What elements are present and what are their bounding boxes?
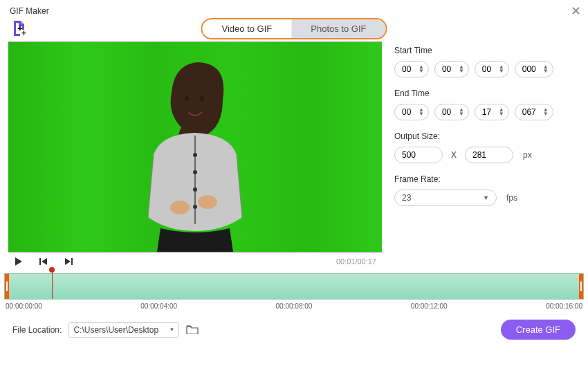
tab-photos-to-gif[interactable]: Photos to GIF — [291, 19, 385, 38]
trim-handle-right[interactable] — [579, 274, 583, 299]
file-path-value: C:\Users\User\Desktop — [73, 325, 158, 335]
play-icon[interactable] — [14, 257, 24, 266]
svg-point-5 — [193, 170, 197, 174]
create-gif-button[interactable]: Create GIF — [501, 320, 576, 340]
video-preview[interactable] — [8, 42, 382, 252]
preview-subject — [112, 58, 278, 252]
frame-rate-select[interactable]: 23 ▼ — [394, 190, 497, 206]
tick-label: 00:00:08:00 — [276, 302, 313, 310]
playback-time: 00:01/00:17 — [336, 257, 376, 266]
svg-rect-10 — [39, 258, 41, 265]
end-minutes[interactable]: ▲▼ — [434, 104, 469, 120]
close-icon[interactable]: ✕ — [571, 5, 581, 17]
stepper-arrows[interactable]: ▲▼ — [419, 65, 424, 73]
tick-label: 00:00:00:00 — [6, 302, 42, 310]
start-ms[interactable]: ▲▼ — [515, 61, 553, 77]
svg-point-9 — [198, 195, 217, 209]
timeline-track[interactable] — [4, 273, 584, 300]
output-width[interactable] — [394, 147, 443, 163]
frame-rate-label: Frame Rate: — [394, 174, 580, 184]
stepper-arrows[interactable]: ▲▼ — [459, 65, 464, 73]
chevron-down-icon: ▼ — [483, 194, 489, 201]
stepper-arrows[interactable]: ▲▼ — [499, 65, 504, 73]
start-minutes[interactable]: ▲▼ — [434, 61, 469, 77]
svg-point-6 — [193, 187, 197, 192]
svg-point-4 — [193, 153, 197, 157]
trim-handle-left[interactable] — [5, 274, 9, 299]
stepper-arrows[interactable]: ▲▼ — [499, 108, 504, 116]
prev-frame-icon[interactable] — [39, 257, 48, 266]
svg-point-2 — [185, 95, 189, 101]
output-height[interactable] — [465, 147, 513, 163]
window-title: GIF Maker — [10, 6, 49, 16]
file-location-label: File Location: — [12, 325, 62, 335]
px-unit: px — [523, 150, 532, 160]
svg-point-8 — [170, 201, 190, 214]
start-hours[interactable]: ▲▼ — [394, 61, 429, 77]
svg-point-3 — [200, 95, 204, 101]
tab-video-to-gif[interactable]: Video to GIF — [203, 19, 292, 38]
tick-label: 00:00:12:00 — [411, 302, 448, 310]
timeline-ticks: 00:00:00:00 00:00:04:00 00:00:08:00 00:0… — [4, 300, 584, 310]
output-size-label: Output Size: — [394, 131, 580, 141]
fps-unit: fps — [506, 193, 517, 203]
document-add-icon[interactable]: + — [12, 21, 26, 36]
start-time-label: Start Time — [394, 46, 580, 55]
browse-folder-icon[interactable] — [186, 324, 199, 336]
size-separator: X — [451, 150, 457, 160]
tick-label: 00:00:16:00 — [546, 302, 582, 310]
stepper-arrows[interactable]: ▲▼ — [459, 108, 464, 116]
svg-text:+: + — [21, 28, 26, 36]
end-hours[interactable]: ▲▼ — [394, 104, 429, 120]
next-frame-icon[interactable] — [64, 257, 73, 266]
stepper-arrows[interactable]: ▲▼ — [419, 108, 424, 116]
chevron-down-icon: ▼ — [169, 327, 174, 333]
svg-rect-11 — [71, 258, 73, 265]
end-seconds[interactable]: ▲▼ — [475, 104, 509, 120]
end-ms[interactable]: ▲▼ — [515, 104, 553, 120]
playhead-line — [52, 273, 53, 299]
frame-rate-value: 23 — [402, 193, 411, 203]
start-seconds[interactable]: ▲▼ — [475, 61, 509, 77]
svg-point-7 — [193, 205, 197, 209]
stepper-arrows[interactable]: ▲▼ — [543, 108, 549, 116]
file-path-select[interactable]: C:\Users\User\Desktop ▼ — [68, 322, 179, 338]
end-time-label: End Time — [394, 89, 580, 98]
mode-tabs: Video to GIF Photos to GIF — [201, 18, 387, 39]
tick-label: 00:00:04:00 — [140, 302, 177, 310]
svg-point-12 — [49, 267, 55, 273]
stepper-arrows[interactable]: ▲▼ — [543, 65, 549, 73]
